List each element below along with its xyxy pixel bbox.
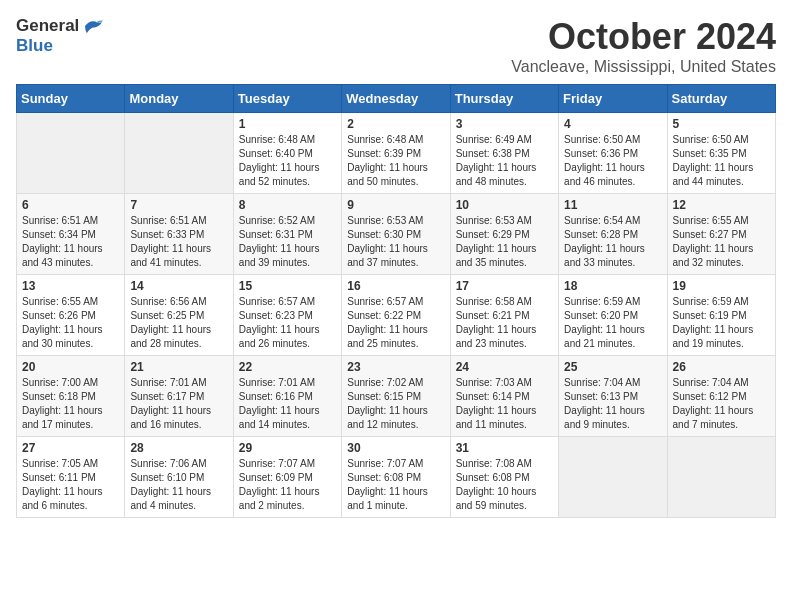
day-detail: Sunrise: 6:57 AMSunset: 6:22 PMDaylight:…: [347, 295, 444, 351]
weekday-header-monday: Monday: [125, 85, 233, 113]
day-number: 29: [239, 441, 336, 455]
logo: General Blue: [16, 16, 105, 56]
day-number: 17: [456, 279, 553, 293]
calendar-cell: 19Sunrise: 6:59 AMSunset: 6:19 PMDayligh…: [667, 275, 775, 356]
day-number: 20: [22, 360, 119, 374]
calendar-cell: 28Sunrise: 7:06 AMSunset: 6:10 PMDayligh…: [125, 437, 233, 518]
day-detail: Sunrise: 6:50 AMSunset: 6:36 PMDaylight:…: [564, 133, 661, 189]
day-detail: Sunrise: 6:50 AMSunset: 6:35 PMDaylight:…: [673, 133, 770, 189]
day-detail: Sunrise: 6:54 AMSunset: 6:28 PMDaylight:…: [564, 214, 661, 270]
calendar-cell: 20Sunrise: 7:00 AMSunset: 6:18 PMDayligh…: [17, 356, 125, 437]
calendar-cell: 16Sunrise: 6:57 AMSunset: 6:22 PMDayligh…: [342, 275, 450, 356]
day-number: 6: [22, 198, 119, 212]
calendar-cell: 21Sunrise: 7:01 AMSunset: 6:17 PMDayligh…: [125, 356, 233, 437]
day-detail: Sunrise: 6:48 AMSunset: 6:40 PMDaylight:…: [239, 133, 336, 189]
day-number: 8: [239, 198, 336, 212]
day-detail: Sunrise: 7:01 AMSunset: 6:17 PMDaylight:…: [130, 376, 227, 432]
calendar-cell: 15Sunrise: 6:57 AMSunset: 6:23 PMDayligh…: [233, 275, 341, 356]
day-number: 27: [22, 441, 119, 455]
weekday-header-sunday: Sunday: [17, 85, 125, 113]
day-number: 25: [564, 360, 661, 374]
calendar-cell: 27Sunrise: 7:05 AMSunset: 6:11 PMDayligh…: [17, 437, 125, 518]
calendar-cell: 4Sunrise: 6:50 AMSunset: 6:36 PMDaylight…: [559, 113, 667, 194]
calendar-cell: [559, 437, 667, 518]
day-detail: Sunrise: 6:51 AMSunset: 6:34 PMDaylight:…: [22, 214, 119, 270]
logo-bird-icon: [83, 17, 105, 35]
calendar-cell: 6Sunrise: 6:51 AMSunset: 6:34 PMDaylight…: [17, 194, 125, 275]
calendar-week-row: 13Sunrise: 6:55 AMSunset: 6:26 PMDayligh…: [17, 275, 776, 356]
calendar-cell: 13Sunrise: 6:55 AMSunset: 6:26 PMDayligh…: [17, 275, 125, 356]
day-number: 4: [564, 117, 661, 131]
calendar-week-row: 1Sunrise: 6:48 AMSunset: 6:40 PMDaylight…: [17, 113, 776, 194]
calendar-cell: 22Sunrise: 7:01 AMSunset: 6:16 PMDayligh…: [233, 356, 341, 437]
page-header: General Blue October 2024 Vancleave, Mis…: [16, 16, 776, 76]
calendar-cell: 3Sunrise: 6:49 AMSunset: 6:38 PMDaylight…: [450, 113, 558, 194]
day-number: 19: [673, 279, 770, 293]
calendar-location: Vancleave, Mississippi, United States: [511, 58, 776, 76]
day-detail: Sunrise: 7:03 AMSunset: 6:14 PMDaylight:…: [456, 376, 553, 432]
logo-block: General Blue: [16, 16, 105, 56]
calendar-cell: [667, 437, 775, 518]
day-detail: Sunrise: 7:05 AMSunset: 6:11 PMDaylight:…: [22, 457, 119, 513]
calendar-cell: 29Sunrise: 7:07 AMSunset: 6:09 PMDayligh…: [233, 437, 341, 518]
day-detail: Sunrise: 6:58 AMSunset: 6:21 PMDaylight:…: [456, 295, 553, 351]
calendar-cell: 26Sunrise: 7:04 AMSunset: 6:12 PMDayligh…: [667, 356, 775, 437]
day-detail: Sunrise: 6:59 AMSunset: 6:20 PMDaylight:…: [564, 295, 661, 351]
day-detail: Sunrise: 6:52 AMSunset: 6:31 PMDaylight:…: [239, 214, 336, 270]
day-number: 24: [456, 360, 553, 374]
calendar-cell: 9Sunrise: 6:53 AMSunset: 6:30 PMDaylight…: [342, 194, 450, 275]
day-detail: Sunrise: 6:57 AMSunset: 6:23 PMDaylight:…: [239, 295, 336, 351]
logo-general-text: General: [16, 16, 79, 36]
day-detail: Sunrise: 7:01 AMSunset: 6:16 PMDaylight:…: [239, 376, 336, 432]
weekday-header-thursday: Thursday: [450, 85, 558, 113]
calendar-cell: 24Sunrise: 7:03 AMSunset: 6:14 PMDayligh…: [450, 356, 558, 437]
calendar-cell: 8Sunrise: 6:52 AMSunset: 6:31 PMDaylight…: [233, 194, 341, 275]
calendar-cell: [125, 113, 233, 194]
calendar-cell: 12Sunrise: 6:55 AMSunset: 6:27 PMDayligh…: [667, 194, 775, 275]
day-number: 28: [130, 441, 227, 455]
day-detail: Sunrise: 6:51 AMSunset: 6:33 PMDaylight:…: [130, 214, 227, 270]
day-number: 31: [456, 441, 553, 455]
calendar-cell: 11Sunrise: 6:54 AMSunset: 6:28 PMDayligh…: [559, 194, 667, 275]
calendar-week-row: 20Sunrise: 7:00 AMSunset: 6:18 PMDayligh…: [17, 356, 776, 437]
day-number: 21: [130, 360, 227, 374]
day-number: 16: [347, 279, 444, 293]
day-detail: Sunrise: 6:53 AMSunset: 6:29 PMDaylight:…: [456, 214, 553, 270]
day-number: 14: [130, 279, 227, 293]
day-number: 26: [673, 360, 770, 374]
day-detail: Sunrise: 7:02 AMSunset: 6:15 PMDaylight:…: [347, 376, 444, 432]
calendar-cell: 31Sunrise: 7:08 AMSunset: 6:08 PMDayligh…: [450, 437, 558, 518]
calendar-cell: 10Sunrise: 6:53 AMSunset: 6:29 PMDayligh…: [450, 194, 558, 275]
calendar-cell: 7Sunrise: 6:51 AMSunset: 6:33 PMDaylight…: [125, 194, 233, 275]
calendar-cell: 1Sunrise: 6:48 AMSunset: 6:40 PMDaylight…: [233, 113, 341, 194]
day-detail: Sunrise: 7:04 AMSunset: 6:12 PMDaylight:…: [673, 376, 770, 432]
day-detail: Sunrise: 6:53 AMSunset: 6:30 PMDaylight:…: [347, 214, 444, 270]
day-detail: Sunrise: 6:55 AMSunset: 6:27 PMDaylight:…: [673, 214, 770, 270]
day-number: 30: [347, 441, 444, 455]
calendar-cell: 23Sunrise: 7:02 AMSunset: 6:15 PMDayligh…: [342, 356, 450, 437]
day-number: 5: [673, 117, 770, 131]
day-number: 18: [564, 279, 661, 293]
calendar-table: SundayMondayTuesdayWednesdayThursdayFrid…: [16, 84, 776, 518]
day-detail: Sunrise: 7:04 AMSunset: 6:13 PMDaylight:…: [564, 376, 661, 432]
day-number: 7: [130, 198, 227, 212]
calendar-title: October 2024: [511, 16, 776, 58]
day-number: 12: [673, 198, 770, 212]
day-detail: Sunrise: 6:56 AMSunset: 6:25 PMDaylight:…: [130, 295, 227, 351]
day-number: 1: [239, 117, 336, 131]
weekday-header-wednesday: Wednesday: [342, 85, 450, 113]
day-detail: Sunrise: 7:06 AMSunset: 6:10 PMDaylight:…: [130, 457, 227, 513]
day-detail: Sunrise: 7:00 AMSunset: 6:18 PMDaylight:…: [22, 376, 119, 432]
day-number: 15: [239, 279, 336, 293]
day-number: 23: [347, 360, 444, 374]
day-detail: Sunrise: 7:07 AMSunset: 6:09 PMDaylight:…: [239, 457, 336, 513]
calendar-cell: 17Sunrise: 6:58 AMSunset: 6:21 PMDayligh…: [450, 275, 558, 356]
day-number: 2: [347, 117, 444, 131]
calendar-cell: 14Sunrise: 6:56 AMSunset: 6:25 PMDayligh…: [125, 275, 233, 356]
calendar-cell: 30Sunrise: 7:07 AMSunset: 6:08 PMDayligh…: [342, 437, 450, 518]
day-detail: Sunrise: 7:08 AMSunset: 6:08 PMDaylight:…: [456, 457, 553, 513]
calendar-cell: 2Sunrise: 6:48 AMSunset: 6:39 PMDaylight…: [342, 113, 450, 194]
title-block: October 2024 Vancleave, Mississippi, Uni…: [511, 16, 776, 76]
day-detail: Sunrise: 6:48 AMSunset: 6:39 PMDaylight:…: [347, 133, 444, 189]
day-detail: Sunrise: 6:55 AMSunset: 6:26 PMDaylight:…: [22, 295, 119, 351]
